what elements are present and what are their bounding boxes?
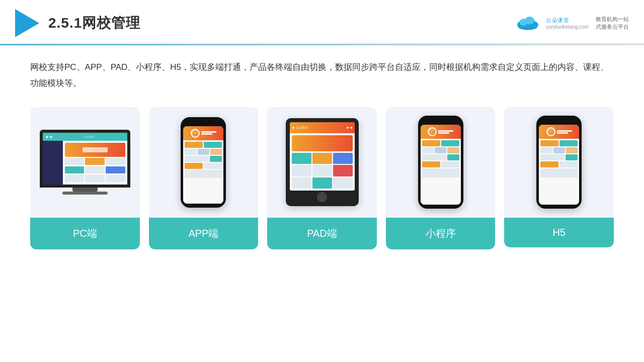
card-h5: H5	[504, 107, 614, 247]
card-pc: 云朵课堂	[30, 107, 140, 249]
tablet-pad-icon: 云朵课堂	[286, 118, 359, 206]
card-miniprogram: 小程序	[386, 107, 496, 249]
main-content: 网校支持PC、APP、PAD、小程序、H5，实现多端打通，产品各终端自由切换，数…	[0, 45, 644, 259]
card-app-label: APP端	[149, 218, 259, 249]
card-h5-label: H5	[504, 218, 614, 247]
card-miniprogram-image	[386, 107, 496, 218]
brand-tagline-line1: 教育机构一站	[596, 16, 629, 23]
card-h5-image	[504, 107, 614, 218]
brand-info: 云朵课堂 yunduoketang.com	[546, 17, 589, 30]
card-pc-label: PC端	[30, 218, 140, 249]
card-pad: 云朵课堂	[267, 107, 377, 249]
phone-h5-icon	[536, 116, 582, 209]
cloud-logo-icon	[515, 15, 541, 31]
card-pc-image: 云朵课堂	[30, 107, 140, 218]
brand-tagline-line2: 式服务云平台	[596, 23, 629, 31]
device-cards-container: 云朵课堂	[30, 107, 614, 249]
description-text: 网校支持PC、APP、PAD、小程序、H5，实现多端打通，产品各终端自由切换，数…	[30, 59, 614, 92]
svg-point-5	[525, 17, 534, 25]
header-left: 2.5.1网校管理	[15, 9, 140, 37]
card-pad-image: 云朵课堂	[267, 107, 377, 218]
pc-monitor-icon: 云朵课堂	[40, 130, 130, 195]
card-app-image	[149, 107, 259, 218]
brand-url: yunduoketang.com	[546, 24, 589, 30]
page-title: 2.5.1网校管理	[48, 14, 140, 33]
phone-app-icon	[181, 117, 226, 208]
header-right: 云朵课堂 yunduoketang.com 教育机构一站 式服务云平台	[515, 15, 629, 31]
brand-name: 云朵课堂	[546, 17, 589, 24]
card-miniprogram-label: 小程序	[386, 218, 496, 249]
phone-miniprogram-icon	[418, 116, 463, 209]
brand-tagline: 教育机构一站 式服务云平台	[596, 16, 629, 31]
card-app: APP端	[149, 107, 259, 249]
header: 2.5.1网校管理 云朵课堂 yunduoketang.com 教育机构一站 式…	[0, 0, 644, 44]
logo-triangle-icon	[15, 9, 39, 37]
card-pad-label: PAD端	[267, 218, 377, 249]
